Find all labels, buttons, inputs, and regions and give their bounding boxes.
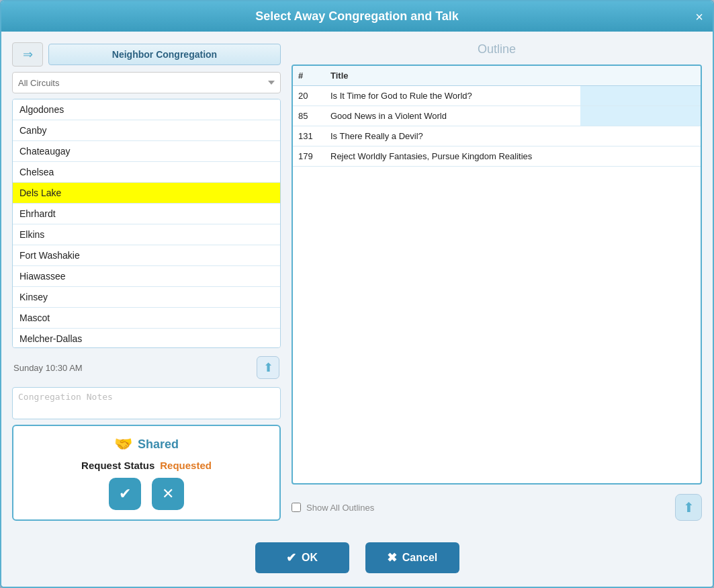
table-row[interactable]: 131Is There Really a Devil? xyxy=(293,126,701,146)
handshake-icon: 🤝 xyxy=(114,435,132,453)
neighbor-btn-row: ⇒ Neighbor Congregation xyxy=(12,42,281,67)
outline-extra-cell xyxy=(580,126,701,146)
congregation-list-item[interactable]: Mascot xyxy=(13,308,280,329)
table-row[interactable]: 85Good News in a Violent World xyxy=(293,106,701,126)
congregation-list-item[interactable]: Chateaugay xyxy=(13,141,280,162)
dialog-footer: ✔ OK ✖ Cancel xyxy=(1,532,713,587)
circuit-select[interactable]: All Circuits xyxy=(12,72,281,93)
congregation-list-item[interactable]: Canby xyxy=(13,120,280,141)
congregation-list-item[interactable]: Chelsea xyxy=(13,162,280,183)
show-all-label: Show All Outlines xyxy=(306,503,374,513)
outline-extra-cell xyxy=(580,146,701,167)
congregation-list[interactable]: AlgodonesCanbyChateaugayChelseaDels Lake… xyxy=(12,99,281,348)
outline-num: 85 xyxy=(293,106,325,126)
outline-title-cell: Reject Worldly Fantasies, Pursue Kingdom… xyxy=(325,146,580,167)
congregation-list-item[interactable]: Kinsey xyxy=(13,287,280,308)
ok-check-icon: ✔ xyxy=(286,550,296,565)
congregation-list-item[interactable]: Melcher-Dallas xyxy=(13,329,280,348)
upload-icon: ⬆ xyxy=(263,360,273,375)
congregation-list-item[interactable]: Elkins xyxy=(13,224,280,245)
ok-button[interactable]: ✔ OK xyxy=(255,542,349,573)
upload-right-icon: ⬆ xyxy=(683,499,695,515)
arrow-icon: ⇒ xyxy=(23,47,33,62)
show-all-row: Show All Outlines ⬆ xyxy=(292,490,702,521)
x-icon: ✕ xyxy=(162,485,174,503)
outline-title-cell: Is There Really a Devil? xyxy=(325,126,580,146)
cancel-x-icon: ✖ xyxy=(387,550,397,565)
shared-title: 🤝 Shared xyxy=(114,435,179,453)
outline-scroll[interactable]: # Title 20Is It Time for God to Rule the… xyxy=(293,66,701,483)
cancel-button[interactable]: ✖ Cancel xyxy=(365,542,459,573)
outline-num: 179 xyxy=(293,146,325,167)
ok-label: OK xyxy=(302,552,318,564)
outline-num: 20 xyxy=(293,86,325,106)
table-row[interactable]: 179Reject Worldly Fantasies, Pursue King… xyxy=(293,146,701,167)
congregation-list-item[interactable]: Ehrhardt xyxy=(13,204,280,224)
neighbor-congregation-button[interactable]: Neighbor Congregation xyxy=(48,44,281,65)
request-status-row: Request Status Requested xyxy=(81,460,212,471)
cancel-label: Cancel xyxy=(402,552,437,564)
outline-table-wrap: # Title 20Is It Time for God to Rule the… xyxy=(292,65,702,485)
outline-title-cell: Good News in a Violent World xyxy=(325,106,580,126)
time-row: Sunday 10:30 AM ⬆ xyxy=(12,353,281,382)
dialog-header: Select Away Congregation and Talk × xyxy=(1,1,713,32)
deny-button[interactable]: ✕ xyxy=(152,478,184,510)
close-button[interactable]: × xyxy=(695,10,703,24)
outline-table: # Title 20Is It Time for God to Rule the… xyxy=(293,66,701,167)
congregation-notes-input[interactable] xyxy=(12,387,281,419)
upload-right-button[interactable]: ⬆ xyxy=(675,494,702,521)
congregation-list-item[interactable]: Fort Washakie xyxy=(13,245,280,266)
action-btns-row: ✔ ✕ xyxy=(109,478,184,510)
request-status-value: Requested xyxy=(160,460,212,471)
col-header-title: Title xyxy=(325,66,580,86)
outline-extra-cell xyxy=(580,106,701,126)
outline-num: 131 xyxy=(293,126,325,146)
arrow-button[interactable]: ⇒ xyxy=(12,42,43,67)
congregation-list-item[interactable]: Hiawassee xyxy=(13,266,280,287)
table-row[interactable]: 20Is It Time for God to Rule the World? xyxy=(293,86,701,106)
table-header-row: # Title xyxy=(293,66,701,86)
time-label: Sunday 10:30 AM xyxy=(13,363,83,373)
dialog-body: ⇒ Neighbor Congregation All Circuits Alg… xyxy=(1,32,713,532)
request-status-label: Request Status xyxy=(81,460,154,471)
show-all-checkbox[interactable] xyxy=(292,503,301,512)
left-panel: ⇒ Neighbor Congregation All Circuits Alg… xyxy=(12,42,281,521)
dialog-title: Select Away Congregation and Talk xyxy=(255,9,459,24)
col-header-num: # xyxy=(293,66,325,86)
check-icon: ✔ xyxy=(119,485,131,503)
select-dialog: Select Away Congregation and Talk × ⇒ Ne… xyxy=(0,0,714,588)
col-header-extra xyxy=(580,66,701,86)
confirm-button[interactable]: ✔ xyxy=(109,478,141,510)
outline-title-cell: Is It Time for God to Rule the World? xyxy=(325,86,580,106)
upload-button[interactable]: ⬆ xyxy=(257,356,279,379)
outline-extra-cell xyxy=(580,86,701,106)
congregation-list-item[interactable]: Dels Lake xyxy=(13,183,280,204)
congregation-list-item[interactable]: Algodones xyxy=(13,99,280,120)
right-panel: Outline # Title 20Is It Time for God to … xyxy=(292,42,702,521)
outline-title: Outline xyxy=(292,42,702,59)
shared-box: 🤝 Shared Request Status Requested ✔ ✕ xyxy=(12,425,281,521)
